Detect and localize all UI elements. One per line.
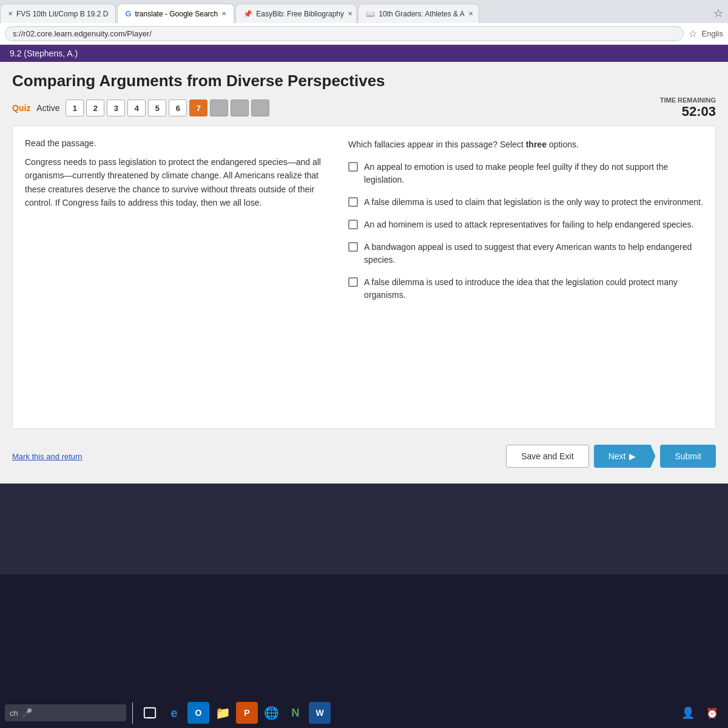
taskbar-edge-icon[interactable]: e [163,702,185,724]
answer-checkbox-2[interactable] [348,197,358,207]
question-numbers: 1 2 3 4 5 6 7 [66,99,269,116]
tab-easybib-icon: 📌 [243,10,252,18]
tab-10thgraders[interactable]: 📖 10th Graders: Athletes & A ✕ [358,4,479,23]
course-title: 9.2 (Stephens, A.) [10,49,78,58]
taskbar-tablet-icon[interactable] [139,702,161,724]
next-arrow-icon: ▶ [629,451,636,461]
microphone-icon[interactable]: 🎤 [22,708,32,718]
tab-easybib-label: EasyBib: Free Bibliography [256,10,344,18]
tab-google[interactable]: G translate - Google Search ✕ [117,4,234,23]
taskbar-search-bar[interactable]: ch 🎤 [5,704,126,721]
next-button[interactable]: Next ▶ [594,445,656,468]
answer-checkbox-4[interactable] [348,242,358,252]
question-number-3[interactable]: 3 [107,99,125,116]
main-content: Comparing Arguments from Diverse Perspec… [0,62,728,484]
taskbar-powerpoint-icon[interactable]: P [236,702,258,724]
timer-label: TIME REMAINING [660,96,716,104]
question-prompt-emphasis: three [526,140,547,149]
passage-column: Read the passage. Congress needs to pass… [25,138,330,416]
passage-label: Read the passage. [25,138,330,148]
address-bar-input[interactable] [5,26,684,41]
taskbar-notifications-icon[interactable]: N [285,702,306,724]
question-number-9[interactable] [231,99,249,116]
answer-text-5: A false dilemma is used to introduce the… [364,276,703,302]
tab-bar: ✕ FVS 10th Lit/Comp B 19.2 D G translate… [0,0,728,23]
answer-option-3[interactable]: An ad hominem is used to attack represen… [348,218,703,231]
taskbar-outlook-icon[interactable]: O [187,702,209,724]
tab-google-label: translate - Google Search [135,10,218,18]
browser-chrome: ✕ FVS 10th Lit/Comp B 19.2 D G translate… [0,0,728,45]
answer-checkbox-3[interactable] [348,220,358,229]
language-label: Englis [702,29,723,38]
taskbar-clock-icon[interactable]: ⏰ [701,702,723,724]
tab-easybib[interactable]: 📌 EasyBib: Free Bibliography ✕ [235,4,357,23]
question-area: Read the passage. Congress needs to pass… [12,126,716,429]
question-number-8[interactable] [210,99,228,116]
tab-fvs-close-icon[interactable]: ✕ [8,10,13,17]
tab-google-close-icon[interactable]: ✕ [221,10,226,17]
question-number-2[interactable]: 2 [86,99,104,116]
tab-10thgraders-close-icon[interactable]: ✕ [468,10,473,17]
question-prompt-end-text: options. [549,140,579,149]
answer-text-3: An ad hominem is used to attack represen… [364,218,693,231]
question-number-10[interactable] [251,99,269,116]
question-number-6[interactable]: 6 [169,99,187,116]
submit-button[interactable]: Submit [660,445,716,468]
bookmark-icon[interactable]: ☆ [689,28,697,39]
question-prompt: Which fallacies appear in this passage? … [348,138,703,151]
taskbar-search-text: ch [10,709,18,718]
question-number-5[interactable]: 5 [148,99,166,116]
taskbar-chrome-icon[interactable]: 🌐 [260,702,282,724]
question-number-1[interactable]: 1 [66,99,84,116]
answer-option-2[interactable]: A false dilemma is used to claim that le… [348,196,703,209]
timer-value: 52:03 [660,104,716,120]
answer-option-1[interactable]: An appeal to emotion is used to make peo… [348,161,703,186]
quiz-label: Quiz [12,103,30,113]
answer-option-4[interactable]: A bandwagon appeal is used to suggest th… [348,241,703,266]
answer-text-4: A bandwagon appeal is used to suggest th… [364,241,703,266]
timer-box: TIME REMAINING 52:03 [660,96,716,120]
taskbar-divider [132,703,133,724]
bookmark-star-icon[interactable]: ☆ [713,7,728,20]
passage-text: Congress needs to pass legislation to pr… [25,155,330,210]
answer-checkbox-5[interactable] [348,277,358,287]
answers-column: Which fallacies appear in this passage? … [348,138,703,416]
tab-10thgraders-label: 10th Graders: Athletes & A [379,10,464,18]
footer-buttons: Save and Exit Next ▶ Submit [506,445,716,468]
page-title: Comparing Arguments from Diverse Perspec… [12,72,716,90]
answer-text-1: An appeal to emotion is used to make peo… [364,161,703,186]
question-number-4[interactable]: 4 [127,99,146,116]
next-button-label: Next [608,451,626,461]
tab-easybib-close-icon[interactable]: ✕ [348,10,352,17]
answer-checkbox-1[interactable] [348,162,358,172]
taskbar-word-icon[interactable]: W [309,702,331,724]
tab-10thgraders-icon: 📖 [366,10,375,18]
svg-rect-0 [144,708,155,718]
quiz-label-row: Quiz Active 1 2 3 4 5 6 7 [12,99,269,116]
tab-fvs-label: FVS 10th Lit/Comp B 19.2 D [16,10,108,18]
question-prompt-text: Which fallacies appear in this passage? … [348,140,524,149]
tab-fvs[interactable]: ✕ FVS 10th Lit/Comp B 19.2 D [0,4,116,23]
answer-option-5[interactable]: A false dilemma is used to introduce the… [348,276,703,302]
question-number-7[interactable]: 7 [189,99,207,116]
address-bar-row: ☆ Englis [0,23,728,45]
tab-google-icon: G [125,9,131,18]
save-and-exit-button[interactable]: Save and Exit [506,445,588,468]
taskbar: ch 🎤 e O 📁 P 🌐 N W 👤 ⏰ [0,698,728,728]
footer-row: Mark this and return Save and Exit Next … [12,439,716,474]
app-header: 9.2 (Stephens, A.) [0,45,728,62]
answer-text-2: A false dilemma is used to claim that le… [364,196,703,209]
taskbar-folder-icon[interactable]: 📁 [212,702,234,724]
quiz-status-row: Quiz Active 1 2 3 4 5 6 7 TIME REMAINING… [12,96,716,120]
taskbar-people-icon[interactable]: 👤 [677,702,699,724]
mark-this-link[interactable]: Mark this and return [12,452,83,461]
background-area [0,484,728,575]
quiz-status: Active [36,103,59,113]
